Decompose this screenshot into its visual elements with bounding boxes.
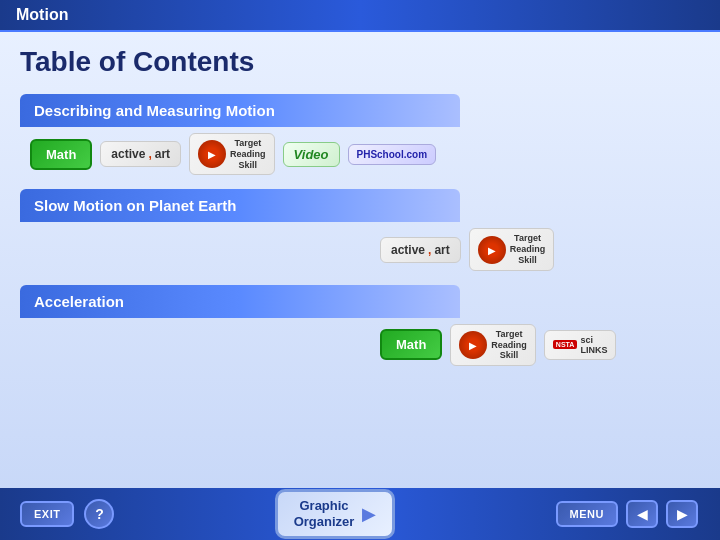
graphic-organizer-text: Graphic Organizer <box>294 498 355 529</box>
go-line1: Graphic <box>299 498 348 513</box>
phschool-label-1: PHSchool.com <box>357 149 428 160</box>
main-content: Table of Contents Describing and Measuri… <box>0 32 720 492</box>
next-button[interactable]: ▶ <box>666 500 698 528</box>
target-circle-3 <box>459 331 487 359</box>
math-badge-1[interactable]: Math <box>30 139 92 170</box>
nav-arrows: ◀ ▶ <box>624 500 700 528</box>
target-circle-2 <box>478 236 506 264</box>
menu-button[interactable]: MENU <box>556 501 618 527</box>
active-art-label-1: active <box>111 147 145 161</box>
question-label: ? <box>95 506 104 522</box>
target-reading-badge-2[interactable]: TargetReadingSkill <box>469 228 555 270</box>
active-art-label-2: active <box>391 243 425 257</box>
scilinks-badge-3[interactable]: NSTA sciLINKS <box>544 330 617 360</box>
menu-label: MENU <box>570 508 604 520</box>
math-label-1: Math <box>46 147 76 162</box>
graphic-organizer-button[interactable]: Graphic Organizer ▶ <box>275 489 396 538</box>
phschool-badge-1[interactable]: PHSchool.com <box>348 144 437 165</box>
bottom-center: Graphic Organizer ▶ <box>275 489 396 538</box>
target-text-1: TargetReadingSkill <box>230 138 266 170</box>
active-art-badge-1[interactable]: active , art <box>100 141 181 167</box>
bottom-left: EXIT ? <box>20 499 114 529</box>
section2-icons: active , art TargetReadingSkill <box>20 228 700 270</box>
section1-bar[interactable]: Describing and Measuring Motion <box>20 94 460 127</box>
section2-bar[interactable]: Slow Motion on Planet Earth <box>20 189 460 222</box>
nsta-label: NSTA <box>553 340 578 349</box>
go-arrow-icon: ▶ <box>362 503 376 525</box>
go-line2: Organizer <box>294 514 355 529</box>
math-label-3: Math <box>396 337 426 352</box>
active-art-comma-1: , <box>148 147 151 161</box>
bottom-right: MENU ◀ ▶ <box>556 500 700 528</box>
section3-bar[interactable]: Acceleration <box>20 285 460 318</box>
section3-icons: Math TargetReadingSkill NSTA sciLINKS <box>20 324 700 366</box>
section2-label: Slow Motion on Planet Earth <box>34 197 237 214</box>
target-text-3: TargetReadingSkill <box>491 329 527 361</box>
exit-button[interactable]: EXIT <box>20 501 74 527</box>
active-art-label-2b: art <box>434 243 449 257</box>
video-label-1: Video <box>294 147 329 162</box>
prev-icon: ◀ <box>637 506 648 522</box>
section3-label: Acceleration <box>34 293 124 310</box>
target-reading-badge-1[interactable]: TargetReadingSkill <box>189 133 275 175</box>
section1-label: Describing and Measuring Motion <box>34 102 275 119</box>
target-reading-badge-3[interactable]: TargetReadingSkill <box>450 324 536 366</box>
header-title: Motion <box>16 6 68 23</box>
active-art-badge-2[interactable]: active , art <box>380 237 461 263</box>
scilinks-label: sciLINKS <box>580 335 607 355</box>
active-art-label-1b: art <box>155 147 170 161</box>
exit-label: EXIT <box>34 508 60 520</box>
target-text-2: TargetReadingSkill <box>510 233 546 265</box>
question-button[interactable]: ? <box>84 499 114 529</box>
next-icon: ▶ <box>677 506 688 522</box>
page-title: Table of Contents <box>20 42 700 82</box>
math-badge-3[interactable]: Math <box>380 329 442 360</box>
top-bar: Motion <box>0 0 720 32</box>
active-art-comma-2: , <box>428 243 431 257</box>
bottom-bar: EXIT ? Graphic Organizer ▶ MENU ◀ ▶ <box>0 488 720 540</box>
section1-icons: Math active , art TargetReadingSkill Vid… <box>20 133 700 175</box>
target-circle-1 <box>198 140 226 168</box>
video-badge-1[interactable]: Video <box>283 142 340 167</box>
prev-button[interactable]: ◀ <box>626 500 658 528</box>
